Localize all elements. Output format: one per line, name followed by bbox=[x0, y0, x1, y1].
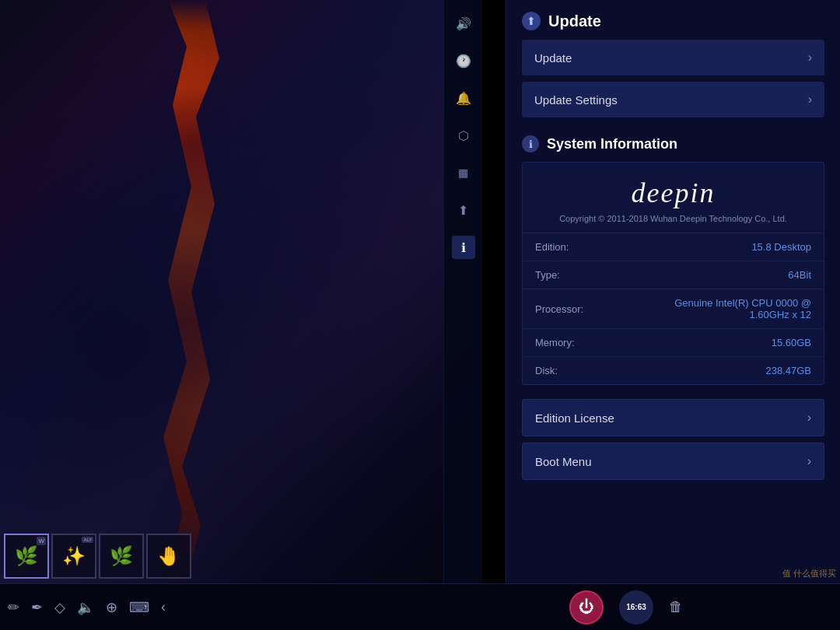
inventory-slot-3[interactable]: 🌿 bbox=[99, 534, 144, 579]
slot-4-icon: 🤚 bbox=[157, 545, 180, 567]
rock-overlay bbox=[0, 0, 474, 583]
game-background bbox=[0, 0, 474, 583]
edition-license-label: Edition License bbox=[535, 411, 614, 425]
watermark-text: 值 什么值得买 bbox=[782, 569, 836, 578]
slot-2-icon: ✨ bbox=[62, 545, 86, 567]
deepin-logo: deepin bbox=[538, 177, 808, 209]
control-panel: ⬆ Update Update › Update Settings › ℹ Sy… bbox=[506, 0, 840, 583]
apps-icon[interactable]: ⬡ bbox=[452, 124, 475, 147]
power-button[interactable]: ⏻ bbox=[569, 590, 604, 625]
pen-icon[interactable]: ✒ bbox=[31, 599, 43, 616]
sysinfo-section: ℹ System Information deepin Copyright © … bbox=[506, 135, 840, 393]
taskbar-left-items: ✏ ✒ ◇ 🔈 ⊕ ⌨ ‹ bbox=[8, 599, 420, 616]
volume-icon[interactable]: 🔊 bbox=[452, 12, 475, 35]
inventory-slot-4[interactable]: 🤚 bbox=[146, 534, 191, 579]
update-menu-label: Update bbox=[534, 51, 572, 65]
sysinfo-disk-row: Disk: 238.47GB bbox=[523, 357, 824, 384]
upload-icon[interactable]: ⬆ bbox=[452, 198, 475, 222]
bottom-buttons: Edition License › Boot Menu › bbox=[506, 393, 840, 492]
sysinfo-table: Edition: 15.8 Desktop Type: 64Bit Proces… bbox=[523, 233, 824, 384]
disk-label: Disk: bbox=[535, 365, 558, 376]
watermark: 值 什么值得买 bbox=[782, 568, 836, 579]
boot-menu-label: Boot Menu bbox=[535, 455, 592, 468]
memory-label: Memory: bbox=[535, 337, 575, 348]
update-header: ⬆ Update bbox=[522, 12, 824, 30]
type-label: Type: bbox=[535, 269, 560, 281]
boot-menu-chevron-icon: › bbox=[807, 454, 811, 468]
edition-value: 15.8 Desktop bbox=[751, 241, 811, 253]
grid-icon[interactable]: ▦ bbox=[452, 161, 475, 184]
notification-icon[interactable]: 🔔 bbox=[452, 86, 475, 110]
update-header-icon: ⬆ bbox=[522, 12, 541, 30]
sysinfo-memory-row: Memory: 15.60GB bbox=[523, 329, 824, 357]
memory-value: 15.60GB bbox=[772, 337, 811, 348]
panel-content: ⬆ Update Update › Update Settings › ℹ Sy… bbox=[506, 0, 840, 583]
boot-menu-button[interactable]: Boot Menu › bbox=[522, 443, 824, 480]
clock-icon[interactable]: 🕐 bbox=[452, 49, 475, 72]
taskbar-center: ⏻ 16:63 🗑 bbox=[420, 590, 832, 625]
deepin-logo-area: deepin Copyright © 2011-2018 Wuhan Deepi… bbox=[523, 163, 824, 233]
sysinfo-header: ℹ System Information bbox=[522, 135, 824, 152]
processor-value: Genuine Intel(R) CPU 0000 @ 1.60GHz x 12 bbox=[656, 297, 811, 320]
slot-3-icon: 🌿 bbox=[110, 545, 133, 567]
taskbar: ✏ ✒ ◇ 🔈 ⊕ ⌨ ‹ ⏻ 16:63 🗑 bbox=[0, 583, 840, 630]
update-section: ⬆ Update Update › Update Settings › bbox=[506, 0, 840, 131]
speaker-icon[interactable]: 🔈 bbox=[77, 599, 94, 616]
slot-1-icon: 🌿 bbox=[15, 545, 38, 567]
compass-icon[interactable]: ⊕ bbox=[106, 599, 117, 616]
info-nav-icon[interactable]: ℹ bbox=[452, 236, 475, 259]
sysinfo-header-icon: ℹ bbox=[522, 135, 539, 152]
deepin-copyright: Copyright © 2011-2018 Wuhan Deepin Techn… bbox=[538, 214, 808, 223]
sysinfo-section-title: System Information bbox=[547, 136, 677, 152]
edition-license-chevron-icon: › bbox=[807, 411, 811, 425]
clock-display[interactable]: 16:63 bbox=[619, 590, 653, 625]
update-section-title: Update bbox=[548, 12, 601, 30]
sysinfo-type-row: Type: 64Bit bbox=[523, 261, 824, 289]
inventory-slot-1[interactable]: 🌿 W bbox=[4, 534, 49, 579]
type-value: 64Bit bbox=[788, 269, 811, 281]
sysinfo-edition-row: Edition: 15.8 Desktop bbox=[523, 233, 824, 261]
update-settings-menu-item[interactable]: Update Settings › bbox=[522, 82, 824, 117]
inventory-slot-2[interactable]: ✨ ALT bbox=[51, 534, 96, 579]
inventory-bar: 🌿 W ✨ ALT 🌿 🤚 bbox=[0, 529, 233, 583]
diamond-icon[interactable]: ◇ bbox=[54, 599, 65, 616]
update-menu-item[interactable]: Update › bbox=[522, 40, 824, 75]
clock-time: 16:63 bbox=[626, 603, 646, 611]
update-settings-chevron-icon: › bbox=[808, 93, 812, 107]
slot-2-badge: ALT bbox=[82, 537, 93, 543]
edition-license-button[interactable]: Edition License › bbox=[522, 399, 824, 436]
edition-label: Edition: bbox=[535, 241, 569, 253]
nav-left-icon[interactable]: ‹ bbox=[161, 599, 166, 615]
sysinfo-processor-row: Processor: Genuine Intel(R) CPU 0000 @ 1… bbox=[523, 289, 824, 329]
deepin-card: deepin Copyright © 2011-2018 Wuhan Deepi… bbox=[522, 162, 824, 385]
slot-1-badge: W bbox=[37, 537, 46, 545]
update-chevron-icon: › bbox=[808, 51, 812, 65]
pencil-icon[interactable]: ✏ bbox=[8, 599, 19, 616]
update-settings-menu-label: Update Settings bbox=[534, 93, 618, 107]
trash-icon[interactable]: 🗑 bbox=[669, 599, 683, 615]
processor-label: Processor: bbox=[535, 303, 583, 315]
disk-value: 238.47GB bbox=[765, 365, 811, 376]
side-nav: 🔊 🕐 🔔 ⬡ ▦ ⬆ ℹ bbox=[443, 0, 482, 583]
keyboard-icon[interactable]: ⌨ bbox=[129, 599, 149, 616]
